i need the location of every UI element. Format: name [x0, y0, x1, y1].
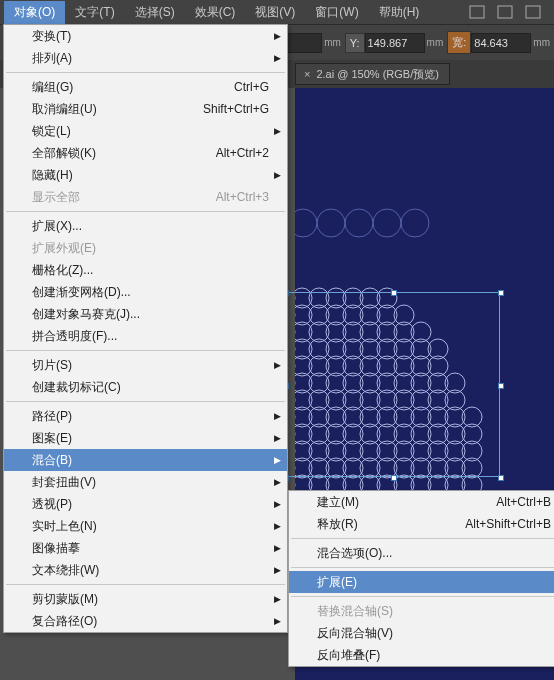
submenu-arrow-icon: ▶ — [274, 499, 281, 509]
menu-item[interactable]: 扩展(E) — [289, 571, 554, 593]
menu-item[interactable]: 剪切蒙版(M)▶ — [4, 588, 287, 610]
menu-item-label: 扩展(X)... — [32, 218, 82, 235]
menu-item[interactable]: 图像描摹▶ — [4, 537, 287, 559]
submenu-arrow-icon: ▶ — [274, 31, 281, 41]
menu-item[interactable]: 反向混合轴(V) — [289, 622, 554, 644]
menu-item-label: 释放(R) — [317, 516, 358, 533]
menu-item[interactable]: 封套扭曲(V)▶ — [4, 471, 287, 493]
layout-icon[interactable] — [496, 3, 514, 21]
menubar-item[interactable]: 对象(O) — [4, 1, 65, 24]
menu-item[interactable]: 变换(T)▶ — [4, 25, 287, 47]
menu-item[interactable]: 锁定(L)▶ — [4, 120, 287, 142]
menu-item[interactable]: 混合(B)▶ — [4, 449, 287, 471]
menu-separator — [291, 567, 554, 568]
svg-point-6 — [345, 209, 373, 237]
submenu-arrow-icon: ▶ — [274, 411, 281, 421]
menu-item[interactable]: 创建渐变网格(D)... — [4, 281, 287, 303]
svg-point-7 — [373, 209, 401, 237]
menubar-item[interactable]: 窗口(W) — [305, 1, 368, 24]
menubar: 对象(O)文字(T)选择(S)效果(C)视图(V)窗口(W)帮助(H) — [0, 0, 554, 24]
menu-item[interactable]: 实时上色(N)▶ — [4, 515, 287, 537]
svg-rect-0 — [470, 6, 484, 18]
menu-item-label: 排列(A) — [32, 50, 72, 67]
menu-item: 替换混合轴(S) — [289, 600, 554, 622]
menu-separator — [6, 72, 285, 73]
selection-handle[interactable] — [498, 383, 504, 389]
menu-separator — [6, 584, 285, 585]
selection-handle[interactable] — [391, 290, 397, 296]
menu-item-label: 全部解锁(K) — [32, 145, 96, 162]
menu-item-label: 扩展外观(E) — [32, 240, 96, 257]
submenu-arrow-icon: ▶ — [274, 433, 281, 443]
menu-item-label: 反向混合轴(V) — [317, 625, 393, 642]
dropdown-icon[interactable] — [524, 3, 542, 21]
svg-rect-1 — [498, 6, 512, 18]
submenu-arrow-icon: ▶ — [274, 170, 281, 180]
menu-separator — [6, 211, 285, 212]
menu-item-label: 创建裁切标记(C) — [32, 379, 121, 396]
menu-item: 显示全部Alt+Ctrl+3 — [4, 186, 287, 208]
submenu-arrow-icon: ▶ — [274, 543, 281, 553]
menu-item[interactable]: 创建裁切标记(C) — [4, 376, 287, 398]
submenu-arrow-icon: ▶ — [274, 565, 281, 575]
document-tab[interactable]: × 2.ai @ 150% (RGB/预览) — [295, 63, 450, 85]
svg-point-5 — [317, 209, 345, 237]
submenu-arrow-icon: ▶ — [274, 521, 281, 531]
menubar-item[interactable]: 帮助(H) — [369, 1, 430, 24]
menu-item[interactable]: 栅格化(Z)... — [4, 259, 287, 281]
menu-item-label: 混合选项(O)... — [317, 545, 392, 562]
menu-item-label: 替换混合轴(S) — [317, 603, 393, 620]
svg-point-4 — [295, 209, 317, 237]
menu-item-label: 复合路径(O) — [32, 613, 97, 630]
menu-item-label: 隐藏(H) — [32, 167, 73, 184]
selection-handle[interactable] — [391, 475, 397, 481]
menu-item[interactable]: 路径(P)▶ — [4, 405, 287, 427]
w-input[interactable] — [471, 33, 531, 53]
menu-item[interactable]: 全部解锁(K)Alt+Ctrl+2 — [4, 142, 287, 164]
selection-handle[interactable] — [498, 290, 504, 296]
menu-item[interactable]: 取消编组(U)Shift+Ctrl+G — [4, 98, 287, 120]
menu-item-label: 创建对象马赛克(J)... — [32, 306, 140, 323]
y-label: Y: — [345, 33, 365, 53]
y-input[interactable] — [365, 33, 425, 53]
menu-item-label: 剪切蒙版(M) — [32, 591, 98, 608]
menu-shortcut: Alt+Ctrl+B — [476, 495, 551, 509]
menu-item[interactable]: 透视(P)▶ — [4, 493, 287, 515]
tab-close-icon[interactable]: × — [304, 68, 310, 80]
menu-separator — [291, 538, 554, 539]
menubar-item[interactable]: 视图(V) — [245, 1, 305, 24]
menu-item[interactable]: 扩展(X)... — [4, 215, 287, 237]
selection-box — [285, 292, 500, 477]
submenu-arrow-icon: ▶ — [274, 477, 281, 487]
menu-item[interactable]: 编组(G)Ctrl+G — [4, 76, 287, 98]
object-menu: 变换(T)▶排列(A)▶编组(G)Ctrl+G取消编组(U)Shift+Ctrl… — [3, 24, 288, 633]
menubar-item[interactable]: 选择(S) — [125, 1, 185, 24]
submenu-arrow-icon: ▶ — [274, 455, 281, 465]
search-icon[interactable] — [468, 3, 486, 21]
menu-item-label: 图案(E) — [32, 430, 72, 447]
tab-label: 2.ai @ 150% (RGB/预览) — [316, 67, 438, 82]
menu-item[interactable]: 创建对象马赛克(J)... — [4, 303, 287, 325]
menu-separator — [6, 401, 285, 402]
menu-item[interactable]: 图案(E)▶ — [4, 427, 287, 449]
menu-item-label: 实时上色(N) — [32, 518, 97, 535]
menubar-item[interactable]: 效果(C) — [185, 1, 246, 24]
y-unit: mm — [427, 37, 444, 48]
menu-shortcut: Alt+Shift+Ctrl+B — [445, 517, 551, 531]
selection-handle[interactable] — [498, 475, 504, 481]
menu-item[interactable]: 反向堆叠(F) — [289, 644, 554, 666]
menu-item-label: 创建渐变网格(D)... — [32, 284, 131, 301]
menu-item[interactable]: 释放(R)Alt+Shift+Ctrl+B — [289, 513, 554, 535]
menu-shortcut: Alt+Ctrl+3 — [196, 190, 269, 204]
w-unit: mm — [533, 37, 550, 48]
menu-item[interactable]: 隐藏(H)▶ — [4, 164, 287, 186]
menu-item[interactable]: 排列(A)▶ — [4, 47, 287, 69]
menu-item[interactable]: 文本绕排(W)▶ — [4, 559, 287, 581]
menubar-item[interactable]: 文字(T) — [65, 1, 124, 24]
menu-item[interactable]: 建立(M)Alt+Ctrl+B — [289, 491, 554, 513]
menu-item-label: 封套扭曲(V) — [32, 474, 96, 491]
menu-item[interactable]: 混合选项(O)... — [289, 542, 554, 564]
menu-item[interactable]: 拼合透明度(F)... — [4, 325, 287, 347]
menu-item[interactable]: 切片(S)▶ — [4, 354, 287, 376]
menu-item[interactable]: 复合路径(O)▶ — [4, 610, 287, 632]
